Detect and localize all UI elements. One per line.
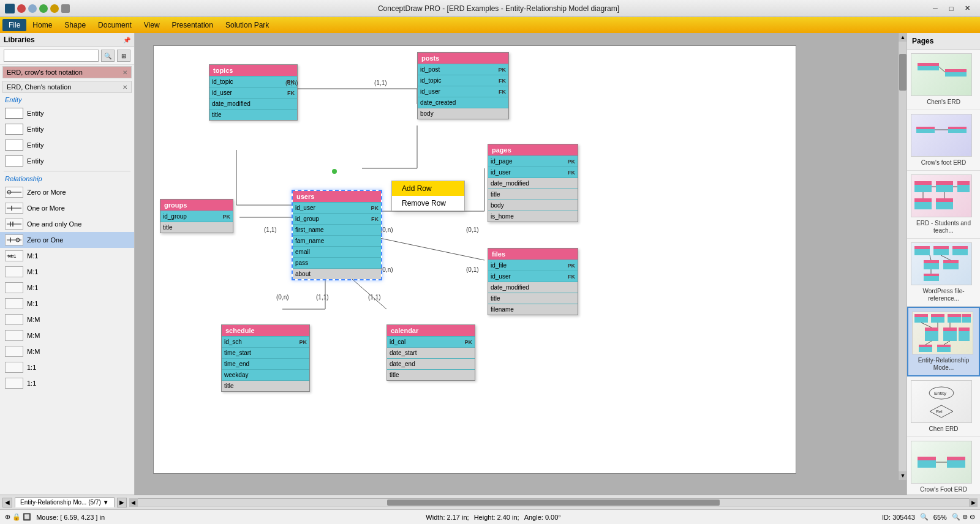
lib-item-11-1[interactable]: 1:1 xyxy=(0,359,134,375)
menu-presentation[interactable]: Presentation xyxy=(166,19,219,31)
hscroll-left-button[interactable]: ◀ xyxy=(129,498,138,507)
scroll-up-button[interactable]: ▲ xyxy=(899,33,907,42)
svg-rect-27 xyxy=(918,63,939,66)
horizontal-scroll-thumb[interactable] xyxy=(387,500,720,506)
table-schedule[interactable]: schedule id_schPK time_start time_end we… xyxy=(221,324,310,392)
lib-item-one-only-label: One and only One xyxy=(27,220,81,228)
table-topics[interactable]: topics id_topicPK id_userFK date_modifie… xyxy=(209,64,298,121)
scroll-thumb-vertical[interactable] xyxy=(899,54,907,91)
menu-solution-park[interactable]: Solution Park xyxy=(219,19,275,31)
svg-rect-41 xyxy=(957,181,970,185)
page-thumb-entity-relationship[interactable]: Entity-Relationship Mode... xyxy=(907,307,980,376)
status-section-mouse: ⊕ 🔒 🔲 Mouse: [ 6.59, 4.23 ] in xyxy=(5,513,105,521)
lib-item-entity-2[interactable]: Entity xyxy=(0,121,134,137)
lib-item-entity-4[interactable]: Entity xyxy=(0,153,134,169)
annotation-11a: (1,1) xyxy=(374,80,387,86)
table-files[interactable]: files id_filePK id_userFK date_modified … xyxy=(488,248,578,315)
lib-tag-chen-close[interactable]: ✕ xyxy=(123,84,127,91)
page-thumb-wordpress[interactable]: WordPress file-reference... xyxy=(907,239,980,307)
lib-tag-crows-foot-close[interactable]: ✕ xyxy=(123,69,127,76)
minimize-button[interactable]: ─ xyxy=(927,2,943,15)
quick-access-2[interactable] xyxy=(28,4,37,13)
table-topics-header: topics xyxy=(209,65,297,76)
table-users-row-6: pass xyxy=(293,257,381,268)
lib-item-m1-2[interactable]: M:1 xyxy=(0,264,134,280)
search-input[interactable] xyxy=(4,50,99,62)
table-pages-row-1: id_pagePK xyxy=(488,155,578,167)
panel-pin-button[interactable]: 📌 xyxy=(123,37,130,43)
context-menu: Add Row Remove Row xyxy=(391,181,465,211)
lib-item-mm-3[interactable]: M:M xyxy=(0,343,134,359)
lib-tag-chen[interactable]: ERD, Chen's notation ✕ xyxy=(2,81,132,93)
menu-file[interactable]: File xyxy=(2,19,26,31)
lib-item-one-more[interactable]: One or More xyxy=(0,200,134,216)
quick-access-3[interactable] xyxy=(39,4,48,13)
tab-dropdown-icon[interactable]: ▼ xyxy=(103,499,109,506)
page-thumb-crows-foot-erd-label: Crow's Foot ERD xyxy=(911,486,976,493)
hscroll-right-button[interactable]: ▶ xyxy=(969,498,978,507)
title-bar: ConceptDraw PRO - [ERD Examples - Entity… xyxy=(0,0,980,17)
svg-line-62 xyxy=(930,255,931,260)
quick-access-4[interactable] xyxy=(50,4,59,13)
scroll-down-button[interactable]: ▼ xyxy=(899,471,907,480)
table-posts-row-3: id_userFK xyxy=(418,86,508,97)
lib-item-m1-1[interactable]: M:1 M:1 xyxy=(0,248,134,264)
table-topics-row-2: id_userFK xyxy=(209,87,297,98)
table-users[interactable]: users id_userPK id_groupFK first_name fa… xyxy=(292,190,382,280)
table-pages-row-2: id_userFK xyxy=(488,167,578,178)
lib-item-11-2-label: 1:1 xyxy=(27,380,36,387)
horizontal-scroll-track[interactable] xyxy=(138,499,969,506)
context-menu-remove-row[interactable]: Remove Row xyxy=(392,196,464,211)
table-calendar[interactable]: calendar id_calPK date_start date_end ti… xyxy=(386,324,475,381)
lib-item-m1-4[interactable]: M:1 xyxy=(0,296,134,312)
page-thumb-erd-students[interactable]: ERD - Students and teach... xyxy=(907,171,980,239)
annotation-0nd: (0,n) xyxy=(276,294,289,301)
page-thumb-chens-erd[interactable]: Chen's ERD xyxy=(907,50,980,110)
table-groups[interactable]: groups id_groupPK title xyxy=(160,199,233,233)
lib-item-one-only[interactable]: One and only One xyxy=(0,216,134,232)
lib-item-zero-one[interactable]: Zero or One xyxy=(0,232,134,248)
menu-view[interactable]: View xyxy=(138,19,166,31)
menu-bar: File Home Shape Document View Presentati… xyxy=(0,17,980,33)
table-posts[interactable]: posts id_postPK id_topicFK id_userFK dat… xyxy=(417,52,509,119)
table-pages[interactable]: pages id_pagePK id_userFK date_modified … xyxy=(488,144,578,222)
menu-document[interactable]: Document xyxy=(92,19,138,31)
lib-item-mm-2[interactable]: M:M xyxy=(0,328,134,343)
svg-rect-61 xyxy=(924,274,939,276)
quick-access-1[interactable] xyxy=(17,4,26,13)
page-thumb-chen-erd[interactable]: Entity Rel Chen ERD xyxy=(907,376,980,437)
canvas-area[interactable]: topics id_topicPK id_userFK date_modifie… xyxy=(135,33,907,495)
menu-home[interactable]: Home xyxy=(26,19,58,31)
vertical-scrollbar[interactable]: ▲ ▼ xyxy=(898,33,907,480)
libraries-title: Libraries xyxy=(4,36,35,44)
page-thumb-crows-erd[interactable]: Crow's foot ERD xyxy=(907,110,980,171)
lib-item-entity-1[interactable]: Entity xyxy=(0,105,134,121)
svg-rect-43 xyxy=(914,198,932,202)
tab-nav-right[interactable]: ▶ xyxy=(117,498,127,507)
search-button[interactable]: 🔍 xyxy=(101,50,115,62)
tab-nav-left[interactable]: ◀ xyxy=(2,498,12,507)
lib-item-11-2[interactable]: 1:1 xyxy=(0,375,134,391)
section-separator xyxy=(4,171,130,171)
table-posts-row-1: id_postPK xyxy=(418,64,508,75)
page-thumb-crows-foot-erd[interactable]: Crow's Foot ERD xyxy=(907,437,980,495)
svg-line-21 xyxy=(368,236,484,260)
status-id: ID: 305443 xyxy=(882,514,915,521)
svg-rect-78 xyxy=(959,328,970,331)
pages-panel: Pages Chen's ERD Crow's foot ERD xyxy=(907,33,980,495)
lib-item-m1-3[interactable]: M:1 xyxy=(0,280,134,296)
quick-access-5[interactable] xyxy=(61,4,70,13)
lib-item-zero-more[interactable]: Zero or More xyxy=(0,184,134,200)
page-thumb-erd-students-label: ERD - Students and teach... xyxy=(911,220,976,234)
svg-rect-93 xyxy=(918,457,936,460)
close-button[interactable]: ✕ xyxy=(959,2,975,15)
current-tab[interactable]: Entity-Relationship Mo... (5/7) ▼ xyxy=(15,497,115,507)
context-menu-add-row[interactable]: Add Row xyxy=(392,181,464,196)
maximize-button[interactable]: □ xyxy=(943,2,959,15)
lib-tag-crows-foot[interactable]: ERD, crow's foot notation ✕ xyxy=(2,66,132,78)
lib-item-entity-3[interactable]: Entity xyxy=(0,137,134,153)
menu-shape[interactable]: Shape xyxy=(58,19,92,31)
table-schedule-row-4: weekday xyxy=(222,369,309,380)
view-toggle-button[interactable]: ⊞ xyxy=(117,50,130,62)
lib-item-mm-1[interactable]: M:M xyxy=(0,312,134,328)
